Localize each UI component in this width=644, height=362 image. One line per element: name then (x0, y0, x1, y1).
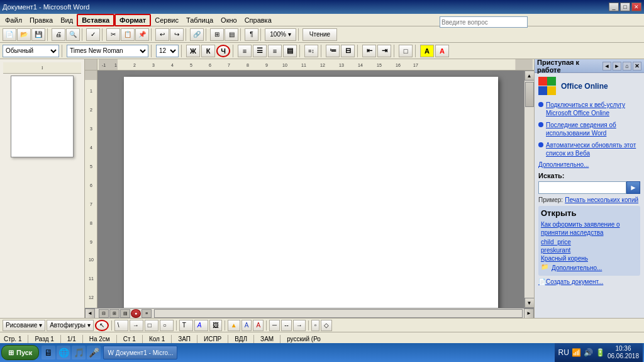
menu-insert[interactable]: Вставка (77, 14, 114, 26)
menu-window[interactable]: Окно (217, 15, 241, 25)
wordart-button[interactable]: A (194, 320, 208, 331)
menu-view[interactable]: Вид (57, 15, 77, 25)
minimize-button[interactable]: _ (609, 3, 619, 11)
online-link-1[interactable]: Подключиться к веб-услугу Microsoft Offi… (538, 101, 640, 117)
web-view-button[interactable]: ⊞ (109, 309, 119, 318)
document-page[interactable] (124, 77, 498, 308)
oval-button[interactable]: ○ (160, 320, 174, 331)
paste-button[interactable]: 📌 (135, 28, 149, 41)
menu-edit[interactable]: Правка (26, 15, 57, 25)
save-button[interactable]: 💾 (31, 28, 45, 41)
increase-indent-button[interactable]: ⇥ (377, 45, 391, 57)
show-desktop-icon[interactable]: 🖥 (42, 346, 55, 359)
network-icon[interactable]: 📶 (572, 348, 581, 357)
panel-home-button[interactable]: ⌂ (623, 62, 631, 71)
online-link-2[interactable]: Последние сведения об использовании Word (538, 121, 640, 137)
menu-file[interactable]: Файл (1, 15, 26, 25)
horizontal-scrollbar[interactable]: ◄ ⊟ ⊞ ▤ ● ≡ ► (85, 308, 534, 318)
close-button[interactable]: ✕ (631, 3, 641, 11)
more-files-link[interactable]: Дополнительно... (552, 264, 602, 271)
create-doc-button[interactable]: 📄 Создать документ... (538, 278, 640, 285)
table-button[interactable]: ⊞ (210, 28, 224, 41)
show-hide-button[interactable]: ¶ (245, 28, 258, 41)
style-dropdown[interactable]: Обычный (3, 45, 59, 57)
underline-button[interactable]: Ч (216, 45, 230, 57)
open-button[interactable]: 📂 (17, 28, 31, 41)
create-doc-label[interactable]: Создать документ... (546, 278, 603, 285)
outline-view-button[interactable]: ● (131, 309, 141, 318)
textbox-button[interactable]: T (179, 320, 193, 331)
new-button[interactable]: 📄 (3, 28, 16, 41)
scroll-thumb[interactable] (525, 82, 534, 107)
line-color-btn[interactable]: A (242, 320, 252, 331)
line-button[interactable]: \ (114, 320, 128, 331)
menu-help[interactable]: Справка (241, 15, 275, 25)
align-right-button[interactable]: ≡ (268, 45, 282, 57)
hyperlink-button[interactable]: 🔗 (190, 28, 204, 41)
redo-button[interactable]: ↪ (170, 28, 184, 41)
print-button[interactable]: 🖨 (52, 28, 65, 41)
justify-button[interactable]: ▤ (283, 45, 297, 57)
line-style-btn[interactable]: ─ (269, 320, 280, 331)
maximize-button[interactable]: □ (620, 3, 630, 11)
autofigures-dropdown[interactable]: Автофигуры ▾ (47, 320, 94, 331)
num-list-button[interactable]: ⊟ (341, 45, 355, 57)
outside-border-button[interactable]: □ (399, 45, 413, 57)
highlight-button[interactable]: A (420, 45, 434, 57)
drawing-dropdown[interactable]: Рисование ▾ (3, 320, 45, 331)
media-icon[interactable]: 🎵 (72, 346, 86, 359)
open-link-main[interactable]: Как оформить заявление о принятии наслед… (541, 220, 638, 237)
panel-next-button[interactable]: ► (613, 62, 621, 71)
cut-button[interactable]: ✂ (106, 28, 120, 41)
link-text-2[interactable]: Последние сведения об использовании Word (546, 121, 640, 137)
dash-style-btn[interactable]: -- (281, 320, 292, 331)
battery-icon[interactable]: 🔋 (596, 348, 605, 357)
file-child-price[interactable]: child_price (541, 239, 638, 246)
font-dropdown[interactable]: Times New Roman (67, 45, 148, 57)
menu-table[interactable]: Таблица (182, 15, 217, 25)
document-scroll-area[interactable] (97, 71, 524, 308)
vertical-scrollbar[interactable]: ▲ ▼ (524, 71, 534, 308)
menu-format[interactable]: Формат (114, 14, 151, 26)
font-color-btn2[interactable]: A (253, 320, 264, 331)
more-files-row[interactable]: 📁 Дополнительно... (541, 263, 638, 272)
3d-btn[interactable]: ◇ (321, 320, 332, 331)
mic-icon[interactable]: 🎤 (87, 346, 101, 359)
copy-button[interactable]: 📋 (121, 28, 135, 41)
file-preskurant[interactable]: preskurant (541, 247, 638, 254)
panel-prev-button[interactable]: ◄ (602, 62, 611, 71)
help-input[interactable] (440, 16, 528, 28)
link-text-1[interactable]: Подключиться к веб-услугу Microsoft Offi… (546, 101, 640, 117)
lang-indicator[interactable]: RU (558, 348, 569, 357)
search-input[interactable] (538, 181, 626, 194)
arrow-style-btn[interactable]: → (293, 320, 306, 331)
menu-tools[interactable]: Сервис (151, 15, 182, 25)
bullet-list-button[interactable]: ≔ (326, 45, 340, 57)
word-app-button[interactable]: W Документ1 - Micro... (103, 346, 177, 359)
scroll-up-button[interactable]: ▲ (525, 71, 535, 81)
align-left-button[interactable]: ≡ (238, 45, 252, 57)
search-button[interactable]: ► (626, 181, 640, 194)
size-dropdown[interactable]: 12 (156, 45, 179, 57)
line-spacing-button[interactable]: ≡↕ (304, 45, 318, 57)
ie-icon[interactable]: 🌐 (57, 346, 70, 359)
decrease-indent-button[interactable]: ⇤ (362, 45, 376, 57)
shadow-btn[interactable]: ▫ (311, 320, 320, 331)
bold-button[interactable]: Ж (186, 45, 200, 57)
panel-close-button[interactable]: ✕ (633, 62, 641, 71)
scroll-down-button[interactable]: ▼ (525, 298, 535, 308)
link-text-3[interactable]: Автоматически обновлять этот список из В… (546, 141, 640, 157)
font-color-button[interactable]: A (435, 45, 449, 57)
select-button-circled[interactable]: ↖ (95, 320, 109, 331)
align-center-button[interactable]: ☰ (253, 45, 267, 57)
reading-button[interactable]: Чтение (303, 28, 337, 41)
online-link-3[interactable]: Автоматически обновлять этот список из В… (538, 141, 640, 157)
page-view-button[interactable]: ▤ (120, 309, 130, 318)
scroll-left-button[interactable]: ◄ (85, 308, 95, 319)
clipart-button[interactable]: 🖼 (209, 320, 222, 331)
fill-color-btn[interactable]: ▲ (228, 320, 240, 331)
undo-button[interactable]: ↩ (155, 28, 169, 41)
more-link-1[interactable]: Дополнительно... (538, 161, 640, 168)
page-thumbnail[interactable] (11, 76, 74, 157)
file-red-root[interactable]: Красный корень (541, 255, 638, 262)
